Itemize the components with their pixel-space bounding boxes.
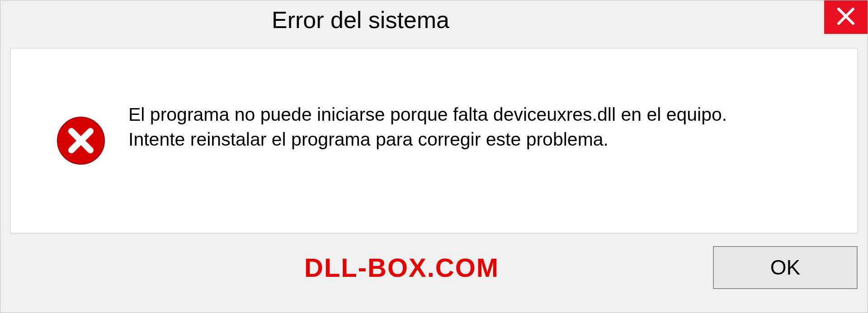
watermark-text: DLL-BOX.COM	[304, 252, 499, 283]
message-line-1: El programa no puede iniciarse porque fa…	[128, 102, 727, 127]
close-icon	[836, 6, 856, 28]
ok-button[interactable]: OK	[713, 246, 858, 289]
error-dialog: Error del sistema El programa no puede i…	[0, 0, 868, 313]
bottom-bar: DLL-BOX.COM OK	[0, 233, 868, 301]
titlebar: Error del sistema	[0, 0, 868, 43]
content-area: El programa no puede iniciarse porque fa…	[10, 48, 858, 233]
error-icon	[56, 116, 106, 166]
message-line-2: Intente reinstalar el programa para corr…	[128, 127, 727, 152]
dialog-title: Error del sistema	[272, 6, 449, 34]
close-button[interactable]	[824, 0, 868, 34]
error-message: El programa no puede iniciarse porque fa…	[128, 102, 727, 152]
